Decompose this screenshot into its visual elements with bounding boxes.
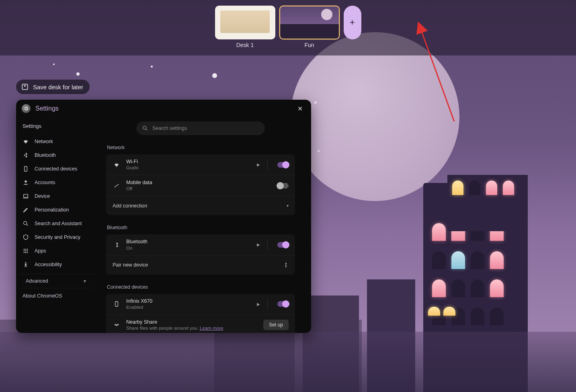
phone-toggle[interactable] bbox=[277, 301, 289, 307]
nearby-subtitle: Share files with people around you. Lear… bbox=[126, 325, 258, 331]
wifi-toggle[interactable] bbox=[277, 162, 289, 168]
wifi-icon bbox=[113, 162, 121, 168]
pair-device-row[interactable]: Pair new device bbox=[106, 255, 295, 275]
bluetooth-row[interactable]: Bluetooth On ▶ bbox=[106, 234, 295, 255]
svg-point-12 bbox=[24, 252, 25, 253]
nav-accessibility[interactable]: Accessibility bbox=[16, 258, 96, 271]
settings-app-icon bbox=[22, 104, 31, 113]
add-desk-button[interactable]: + bbox=[344, 6, 361, 39]
nav-security-privacy[interactable]: Security and Privacy bbox=[16, 230, 96, 244]
section-heading-connected: Connected devices bbox=[106, 282, 295, 294]
shield-icon bbox=[23, 234, 29, 240]
star bbox=[151, 66, 153, 68]
mobile-data-row[interactable]: Mobile data Off bbox=[106, 175, 295, 196]
desk-thumbnail-1[interactable] bbox=[215, 6, 275, 39]
star bbox=[53, 64, 55, 65]
bluetooth-card: Bluetooth On ▶ Pair new device bbox=[106, 234, 295, 274]
about-label: About ChromeOS bbox=[23, 293, 62, 299]
nearby-share-icon bbox=[113, 322, 121, 328]
svg-rect-2 bbox=[25, 166, 27, 171]
svg-point-14 bbox=[27, 252, 28, 253]
search-icon bbox=[23, 220, 29, 227]
svg-point-11 bbox=[27, 250, 28, 252]
nav-accounts[interactable]: Accounts bbox=[16, 176, 96, 189]
nearby-share-row: Nearby Share Share files with people aro… bbox=[106, 314, 295, 333]
nav-label: Network bbox=[35, 139, 53, 144]
desk-label-1[interactable]: Desk 1 bbox=[236, 42, 254, 48]
setup-button[interactable]: Set up bbox=[263, 320, 289, 330]
section-heading-network: Network bbox=[106, 142, 295, 154]
nav-advanced[interactable]: Advanced ▼ bbox=[19, 274, 93, 288]
phone-row[interactable]: Infinix X670 Enabled ▶ bbox=[106, 294, 295, 314]
apps-icon bbox=[23, 248, 29, 254]
bluetooth-icon bbox=[23, 152, 29, 158]
star bbox=[76, 72, 80, 76]
section-heading-bluetooth: Bluetooth bbox=[106, 222, 295, 234]
svg-point-10 bbox=[25, 250, 27, 252]
svg-point-13 bbox=[25, 252, 27, 253]
learn-more-link[interactable]: Learn more bbox=[200, 326, 223, 330]
divider bbox=[267, 240, 268, 250]
brush-icon bbox=[23, 207, 29, 213]
search-input[interactable] bbox=[152, 125, 259, 131]
mobile-title: Mobile data bbox=[126, 179, 268, 186]
nav-label: Search and Assistant bbox=[35, 221, 82, 226]
water-reflection bbox=[0, 332, 576, 392]
search-icon bbox=[142, 125, 148, 131]
phone-title: Infinix X670 bbox=[126, 298, 250, 304]
svg-rect-17 bbox=[115, 302, 118, 306]
save-desk-button[interactable]: Save desk for later bbox=[16, 80, 90, 94]
svg-point-15 bbox=[25, 262, 27, 263]
nav-search-assistant[interactable]: Search and Assistant bbox=[16, 217, 96, 230]
nav-personalization[interactable]: Personalization bbox=[16, 203, 96, 217]
nav-connected-devices[interactable]: Connected devices bbox=[16, 162, 96, 176]
star bbox=[314, 101, 317, 104]
svg-point-8 bbox=[27, 249, 28, 250]
connected-devices-card: Infinix X670 Enabled ▶ Nearby Share Shar… bbox=[106, 294, 295, 333]
mobile-data-toggle[interactable] bbox=[277, 183, 289, 189]
svg-rect-4 bbox=[24, 194, 28, 197]
nav-bluetooth[interactable]: Bluetooth bbox=[16, 148, 96, 162]
star bbox=[212, 73, 217, 78]
nav-label: Security and Privacy bbox=[35, 234, 80, 240]
nav-about-chromeos[interactable]: About ChromeOS bbox=[16, 288, 96, 304]
svg-point-7 bbox=[25, 249, 27, 250]
nav-apps[interactable]: Apps bbox=[16, 244, 96, 258]
mobile-subtitle: Off bbox=[126, 186, 268, 192]
plus-icon: + bbox=[350, 17, 355, 28]
svg-point-6 bbox=[24, 249, 25, 250]
chevron-down-icon: ▾ bbox=[287, 203, 289, 208]
bluetooth-toggle[interactable] bbox=[277, 242, 289, 248]
bluetooth-subtitle: On bbox=[126, 245, 250, 251]
phone-subtitle: Enabled bbox=[126, 304, 250, 310]
wifi-subtitle: Gushi bbox=[126, 165, 250, 171]
mobile-data-icon bbox=[113, 183, 121, 189]
nav-label: Personalization bbox=[35, 207, 69, 213]
star bbox=[318, 150, 320, 152]
desk-thumbnail-2[interactable] bbox=[279, 6, 340, 39]
search-box[interactable] bbox=[136, 121, 265, 135]
save-desk-label: Save desk for later bbox=[33, 84, 83, 90]
settings-window: Settings ✕ Settings Network Bluetooth Co… bbox=[16, 100, 311, 333]
add-connection-row[interactable]: Add connection ▾ bbox=[106, 196, 295, 215]
nearby-title: Nearby Share bbox=[126, 319, 258, 325]
advanced-label: Advanced bbox=[26, 278, 48, 284]
svg-point-5 bbox=[24, 222, 27, 225]
nav-label: Accounts bbox=[35, 180, 55, 185]
window-title: Settings bbox=[35, 105, 289, 112]
nav-network[interactable]: Network bbox=[16, 135, 96, 148]
divider bbox=[267, 299, 268, 309]
bluetooth-icon bbox=[113, 242, 121, 248]
nav-label: Device bbox=[35, 193, 50, 199]
nav-label: Apps bbox=[35, 248, 46, 254]
desk-label-2[interactable]: Fun bbox=[304, 42, 314, 48]
svg-point-9 bbox=[24, 250, 25, 252]
desks-overview-bar: Desk 1 Fun + bbox=[0, 0, 576, 55]
network-card: Wi-Fi Gushi ▶ Mobile data Off A bbox=[106, 154, 295, 215]
wifi-row[interactable]: Wi-Fi Gushi ▶ bbox=[106, 154, 295, 175]
person-icon bbox=[23, 179, 29, 186]
close-button[interactable]: ✕ bbox=[294, 103, 305, 114]
nav-device[interactable]: Device bbox=[16, 189, 96, 203]
accessibility-icon bbox=[23, 261, 29, 268]
wifi-icon bbox=[23, 138, 29, 145]
